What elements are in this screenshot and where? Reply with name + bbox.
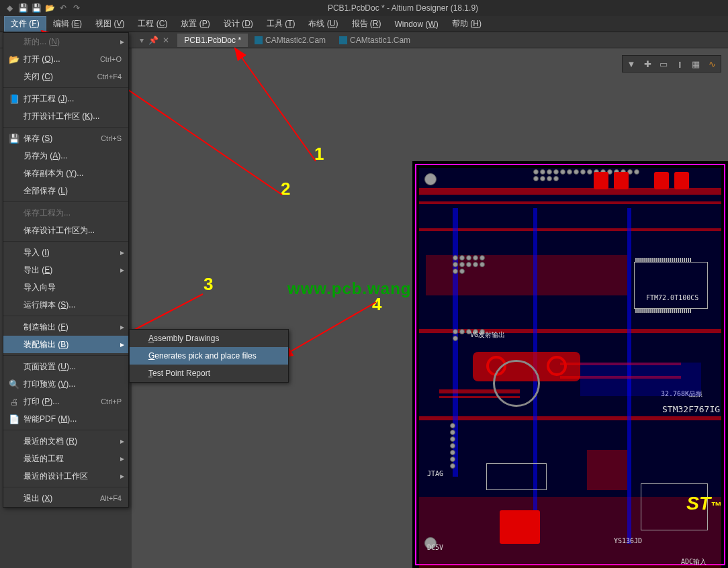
submenu-item[interactable]: Generates pick and place files (130, 347, 288, 365)
filter-icon[interactable]: ▼ (624, 57, 639, 70)
st-logo: ST™ (686, 493, 721, 514)
menu-project[interactable]: 工程 (C) (131, 16, 174, 32)
submenu-arrow-icon: ▸ (120, 340, 124, 349)
file-menu-item[interactable]: 导出 (E)▸ (3, 261, 128, 279)
menu-tools[interactable]: 工具 (T) (260, 16, 302, 32)
menu-bar: 文件 (F)编辑 (E)视图 (V)工程 (C)放置 (P)设计 (D)工具 (… (0, 16, 728, 32)
menu-item-icon: 📂 (7, 54, 21, 64)
watermark: www.pcb.wang (287, 279, 411, 298)
submenu-arrow-icon: ▸ (120, 436, 124, 446)
menu-item-icon: 🔍 (7, 379, 21, 389)
menu-file[interactable]: 文件 (F) (4, 16, 46, 32)
title-bar: ◆ 💾 💾 📂 ↶ ↷ PCB1.PcbDoc * - Altium Desig… (0, 0, 728, 16)
file-menu-item[interactable]: 💾保存 (S)Ctrl+S (3, 130, 128, 147)
file-menu-item[interactable]: 制造输出 (F)▸ (3, 318, 128, 336)
annotation-2: 2 (281, 179, 290, 199)
menu-place[interactable]: 放置 (P) (174, 16, 216, 32)
pcb-board-view[interactable]: FTM72.0T100CS STM32F767IG VG发射输出 32.768K… (412, 161, 728, 568)
file-menu-item[interactable]: 全部保存 (L) (3, 182, 128, 199)
submenu-arrow-icon: ▸ (120, 471, 124, 481)
annotation-1: 1 (314, 144, 324, 164)
menu-item-icon: 💾 (7, 134, 21, 144)
file-menu-item[interactable]: 运行脚本 (S)... (3, 296, 128, 314)
crosshair-icon[interactable]: ✚ (640, 57, 655, 70)
submenu-arrow-icon: ▸ (120, 265, 124, 275)
file-menu-item[interactable]: 保存副本为 (Y)... (3, 164, 128, 182)
file-menu-item: 新的... (N)▸ (3, 33, 128, 50)
panel-pin-controls[interactable]: ▾ 📌 ✕ (140, 36, 169, 45)
menu-item-icon: 📄 (7, 414, 21, 424)
file-menu-item[interactable]: 🔍打印预览 (V)... (3, 375, 128, 393)
menu-reports[interactable]: 报告 (R) (345, 16, 388, 32)
undo-icon[interactable]: ↶ (58, 3, 69, 13)
silk-label: ADC输入 (681, 557, 707, 567)
file-menu-item[interactable]: 导入 (I)▸ (3, 244, 128, 261)
file-menu-item[interactable]: 退出 (X)Alt+F4 (3, 489, 128, 507)
select-rect-icon[interactable]: ▭ (656, 57, 671, 70)
menu-edit[interactable]: 编辑 (E) (46, 16, 89, 32)
app-icon: ◆ (4, 3, 15, 13)
file-menu-item[interactable]: 关闭 (C)Ctrl+F4 (3, 68, 128, 85)
view-toolbar: ▼ ✚ ▭ ⫿ ▦ ∿ (622, 55, 721, 73)
file-menu-item[interactable]: 打开设计工作区 (K)... (3, 107, 128, 125)
redo-icon[interactable]: ↷ (71, 3, 82, 13)
file-menu-item[interactable]: 最近的工程▸ (3, 450, 128, 467)
file-menu-dropdown: 新的... (N)▸📂打开 (O)...Ctrl+O关闭 (C)Ctrl+F4📘… (3, 32, 129, 508)
silk-label: JTAG (427, 470, 443, 477)
cam-icon (255, 36, 263, 44)
submenu-arrow-icon: ▸ (120, 37, 124, 46)
silk-label: STM32F767IG (662, 404, 720, 414)
file-menu-item[interactable]: 导入向导 (3, 279, 128, 296)
file-menu-item[interactable]: 🖨打印 (P)...Ctrl+P (3, 393, 128, 410)
menu-route[interactable]: 布线 (U) (302, 16, 345, 32)
titlebar-quick-icons: ◆ 💾 💾 📂 ↶ ↷ (4, 3, 82, 13)
doc-tab[interactable]: PCB1.PcbDoc * (177, 34, 248, 47)
silk-label: DC5V (427, 544, 443, 551)
file-menu-item[interactable]: 保存设计工作区为... (3, 222, 128, 239)
menu-view[interactable]: 视图 (V) (89, 16, 131, 32)
window-title: PCB1.PcbDoc * - Altium Designer (18.1.9) (82, 3, 724, 13)
submenu-item[interactable]: Test Point Report (130, 365, 288, 382)
menu-design[interactable]: 设计 (D) (217, 16, 260, 32)
open-icon[interactable]: 📂 (44, 3, 55, 13)
align-icon[interactable]: ⫿ (672, 57, 687, 70)
menu-item-icon: 📘 (7, 94, 21, 104)
silk-label: FTM72.0T100CS (646, 294, 698, 301)
menu-help[interactable]: 帮助 (H) (445, 16, 488, 32)
doc-tab[interactable]: CAMtastic1.Cam (332, 34, 417, 47)
doc-tab[interactable]: CAMtastic2.Cam (248, 34, 332, 47)
file-menu-item[interactable]: 页面设置 (U)... (3, 358, 128, 375)
save-icon[interactable]: 💾 (17, 3, 28, 13)
submenu-item[interactable]: Assembly Drawings (130, 330, 288, 347)
file-menu-item[interactable]: 📂打开 (O)...Ctrl+O (3, 50, 128, 68)
submenu-arrow-icon: ▸ (120, 248, 124, 257)
file-menu-item[interactable]: 装配输出 (B)▸ (3, 336, 128, 353)
menu-window[interactable]: Window (W) (388, 17, 445, 31)
submenu-arrow-icon: ▸ (120, 454, 124, 463)
assembly-output-submenu: Assembly DrawingsGenerates pick and plac… (129, 329, 289, 383)
layers-icon[interactable]: ▦ (688, 57, 703, 70)
silk-label: YS136JD (614, 537, 642, 545)
file-menu-item[interactable]: 最近的设计工作区▸ (3, 467, 128, 485)
submenu-arrow-icon: ▸ (120, 322, 124, 332)
annotation-3: 3 (203, 274, 213, 295)
file-menu-item[interactable]: 最近的文档 (R)▸ (3, 432, 128, 450)
cam-icon (339, 36, 347, 44)
file-menu-item[interactable]: 📘打开工程 (J)... (3, 90, 128, 107)
menu-item-icon: 🖨 (7, 397, 21, 407)
save-all-icon[interactable]: 💾 (31, 3, 42, 13)
measure-icon[interactable]: ∿ (704, 57, 719, 70)
silk-label: VG发射输出 (470, 330, 505, 340)
file-menu-item[interactable]: 📄智能PDF (M)... (3, 410, 128, 428)
file-menu-item[interactable]: 另存为 (A)... (3, 147, 128, 164)
file-menu-item: 保存工程为... (3, 204, 128, 222)
